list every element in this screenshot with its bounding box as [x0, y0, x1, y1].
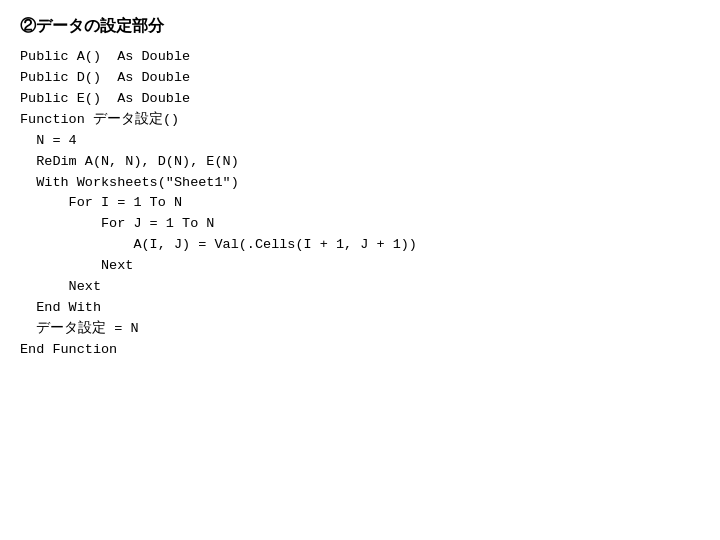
code-line-1: Public A() As Double [20, 49, 190, 64]
code-block: Public A() As Double Public D() As Doubl… [20, 47, 700, 361]
code-line-6: ReDim A(N, N), D(N), E(N) [20, 154, 239, 169]
code-line-5: N = 4 [20, 133, 77, 148]
code-line-12: Next [20, 279, 101, 294]
code-line-15: End Function [20, 342, 117, 357]
section-title: ②データの設定部分 [20, 16, 700, 37]
code-line-4: Function データ設定() [20, 112, 179, 127]
code-line-10: A(I, J) = Val(.Cells(I + 1, J + 1)) [20, 237, 417, 252]
code-line-7: With Worksheets("Sheet1") [20, 175, 239, 190]
code-line-13: End With [20, 300, 101, 315]
code-line-3: Public E() As Double [20, 91, 190, 106]
main-container: ②データの設定部分 Public A() As Double Public D(… [0, 0, 720, 377]
code-line-11: Next [20, 258, 133, 273]
code-line-14: データ設定 = N [20, 321, 139, 336]
code-line-9: For J = 1 To N [20, 216, 214, 231]
code-line-8: For I = 1 To N [20, 195, 182, 210]
code-line-2: Public D() As Double [20, 70, 190, 85]
